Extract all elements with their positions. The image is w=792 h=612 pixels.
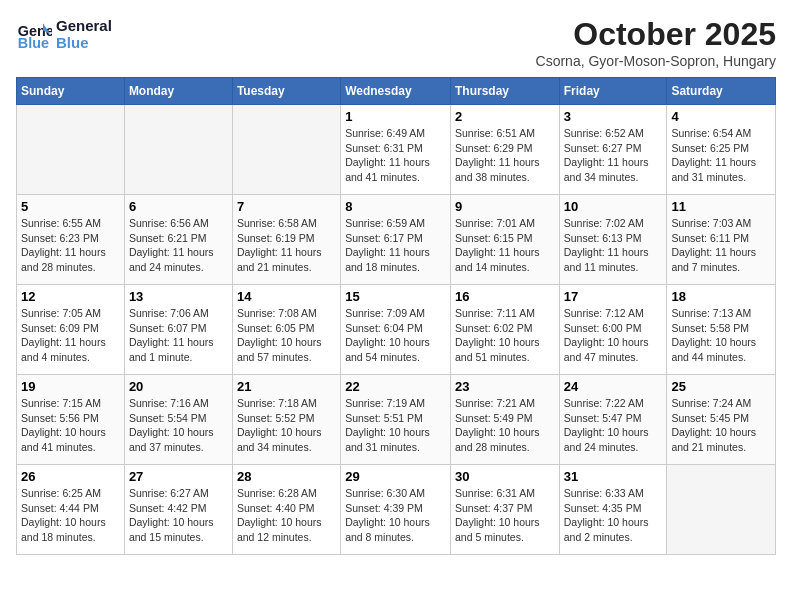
day-info: Sunrise: 6:51 AM Sunset: 6:29 PM Dayligh… <box>455 126 555 185</box>
weekday-header: Sunday <box>17 78 125 105</box>
calendar-cell: 7Sunrise: 6:58 AM Sunset: 6:19 PM Daylig… <box>232 195 340 285</box>
day-number: 28 <box>237 469 336 484</box>
weekday-header: Tuesday <box>232 78 340 105</box>
day-info: Sunrise: 6:58 AM Sunset: 6:19 PM Dayligh… <box>237 216 336 275</box>
day-info: Sunrise: 7:03 AM Sunset: 6:11 PM Dayligh… <box>671 216 771 275</box>
day-info: Sunrise: 7:22 AM Sunset: 5:47 PM Dayligh… <box>564 396 663 455</box>
logo-line2: Blue <box>56 34 112 51</box>
calendar-cell: 28Sunrise: 6:28 AM Sunset: 4:40 PM Dayli… <box>232 465 340 555</box>
calendar-cell: 30Sunrise: 6:31 AM Sunset: 4:37 PM Dayli… <box>450 465 559 555</box>
calendar-cell: 22Sunrise: 7:19 AM Sunset: 5:51 PM Dayli… <box>341 375 451 465</box>
weekday-header: Saturday <box>667 78 776 105</box>
day-info: Sunrise: 7:13 AM Sunset: 5:58 PM Dayligh… <box>671 306 771 365</box>
weekday-header: Thursday <box>450 78 559 105</box>
calendar-cell: 26Sunrise: 6:25 AM Sunset: 4:44 PM Dayli… <box>17 465 125 555</box>
day-info: Sunrise: 7:15 AM Sunset: 5:56 PM Dayligh… <box>21 396 120 455</box>
calendar-cell: 3Sunrise: 6:52 AM Sunset: 6:27 PM Daylig… <box>559 105 667 195</box>
day-number: 26 <box>21 469 120 484</box>
day-info: Sunrise: 6:56 AM Sunset: 6:21 PM Dayligh… <box>129 216 228 275</box>
calendar-cell: 20Sunrise: 7:16 AM Sunset: 5:54 PM Dayli… <box>124 375 232 465</box>
day-number: 8 <box>345 199 446 214</box>
day-info: Sunrise: 6:28 AM Sunset: 4:40 PM Dayligh… <box>237 486 336 545</box>
day-info: Sunrise: 7:24 AM Sunset: 5:45 PM Dayligh… <box>671 396 771 455</box>
day-number: 22 <box>345 379 446 394</box>
day-number: 5 <box>21 199 120 214</box>
calendar-cell: 8Sunrise: 6:59 AM Sunset: 6:17 PM Daylig… <box>341 195 451 285</box>
location-subtitle: Csorna, Gyor-Moson-Sopron, Hungary <box>536 53 776 69</box>
calendar-cell: 24Sunrise: 7:22 AM Sunset: 5:47 PM Dayli… <box>559 375 667 465</box>
logo-line1: General <box>56 17 112 34</box>
weekday-header: Monday <box>124 78 232 105</box>
calendar-cell: 23Sunrise: 7:21 AM Sunset: 5:49 PM Dayli… <box>450 375 559 465</box>
calendar-cell: 4Sunrise: 6:54 AM Sunset: 6:25 PM Daylig… <box>667 105 776 195</box>
day-number: 1 <box>345 109 446 124</box>
week-row: 19Sunrise: 7:15 AM Sunset: 5:56 PM Dayli… <box>17 375 776 465</box>
calendar-cell: 17Sunrise: 7:12 AM Sunset: 6:00 PM Dayli… <box>559 285 667 375</box>
week-row: 5Sunrise: 6:55 AM Sunset: 6:23 PM Daylig… <box>17 195 776 285</box>
day-info: Sunrise: 7:12 AM Sunset: 6:00 PM Dayligh… <box>564 306 663 365</box>
calendar-cell: 29Sunrise: 6:30 AM Sunset: 4:39 PM Dayli… <box>341 465 451 555</box>
calendar-cell: 6Sunrise: 6:56 AM Sunset: 6:21 PM Daylig… <box>124 195 232 285</box>
day-info: Sunrise: 7:19 AM Sunset: 5:51 PM Dayligh… <box>345 396 446 455</box>
day-info: Sunrise: 6:27 AM Sunset: 4:42 PM Dayligh… <box>129 486 228 545</box>
day-info: Sunrise: 7:11 AM Sunset: 6:02 PM Dayligh… <box>455 306 555 365</box>
day-number: 20 <box>129 379 228 394</box>
day-number: 23 <box>455 379 555 394</box>
day-number: 30 <box>455 469 555 484</box>
day-number: 3 <box>564 109 663 124</box>
day-number: 11 <box>671 199 771 214</box>
day-number: 29 <box>345 469 446 484</box>
day-info: Sunrise: 7:16 AM Sunset: 5:54 PM Dayligh… <box>129 396 228 455</box>
day-number: 19 <box>21 379 120 394</box>
calendar-cell: 18Sunrise: 7:13 AM Sunset: 5:58 PM Dayli… <box>667 285 776 375</box>
day-info: Sunrise: 6:31 AM Sunset: 4:37 PM Dayligh… <box>455 486 555 545</box>
calendar-cell: 14Sunrise: 7:08 AM Sunset: 6:05 PM Dayli… <box>232 285 340 375</box>
day-info: Sunrise: 7:21 AM Sunset: 5:49 PM Dayligh… <box>455 396 555 455</box>
day-info: Sunrise: 6:30 AM Sunset: 4:39 PM Dayligh… <box>345 486 446 545</box>
calendar-cell: 25Sunrise: 7:24 AM Sunset: 5:45 PM Dayli… <box>667 375 776 465</box>
day-info: Sunrise: 7:02 AM Sunset: 6:13 PM Dayligh… <box>564 216 663 275</box>
day-number: 24 <box>564 379 663 394</box>
page-header: General Blue General Blue October 2025 C… <box>16 16 776 69</box>
day-number: 15 <box>345 289 446 304</box>
month-title: October 2025 <box>536 16 776 53</box>
week-row: 12Sunrise: 7:05 AM Sunset: 6:09 PM Dayli… <box>17 285 776 375</box>
logo-icon: General Blue <box>16 16 52 52</box>
day-number: 14 <box>237 289 336 304</box>
weekday-header: Friday <box>559 78 667 105</box>
day-info: Sunrise: 7:05 AM Sunset: 6:09 PM Dayligh… <box>21 306 120 365</box>
title-block: October 2025 Csorna, Gyor-Moson-Sopron, … <box>536 16 776 69</box>
day-number: 4 <box>671 109 771 124</box>
day-info: Sunrise: 6:59 AM Sunset: 6:17 PM Dayligh… <box>345 216 446 275</box>
calendar-cell: 10Sunrise: 7:02 AM Sunset: 6:13 PM Dayli… <box>559 195 667 285</box>
weekday-header: Wednesday <box>341 78 451 105</box>
day-number: 13 <box>129 289 228 304</box>
day-number: 2 <box>455 109 555 124</box>
day-number: 31 <box>564 469 663 484</box>
calendar-cell <box>124 105 232 195</box>
day-info: Sunrise: 6:33 AM Sunset: 4:35 PM Dayligh… <box>564 486 663 545</box>
calendar-cell: 13Sunrise: 7:06 AM Sunset: 6:07 PM Dayli… <box>124 285 232 375</box>
calendar-cell: 16Sunrise: 7:11 AM Sunset: 6:02 PM Dayli… <box>450 285 559 375</box>
calendar-cell: 1Sunrise: 6:49 AM Sunset: 6:31 PM Daylig… <box>341 105 451 195</box>
calendar-cell: 31Sunrise: 6:33 AM Sunset: 4:35 PM Dayli… <box>559 465 667 555</box>
day-number: 7 <box>237 199 336 214</box>
week-row: 26Sunrise: 6:25 AM Sunset: 4:44 PM Dayli… <box>17 465 776 555</box>
svg-text:Blue: Blue <box>18 35 49 51</box>
day-info: Sunrise: 6:55 AM Sunset: 6:23 PM Dayligh… <box>21 216 120 275</box>
calendar-cell: 2Sunrise: 6:51 AM Sunset: 6:29 PM Daylig… <box>450 105 559 195</box>
calendar-cell: 9Sunrise: 7:01 AM Sunset: 6:15 PM Daylig… <box>450 195 559 285</box>
day-info: Sunrise: 7:01 AM Sunset: 6:15 PM Dayligh… <box>455 216 555 275</box>
day-number: 6 <box>129 199 228 214</box>
day-info: Sunrise: 7:08 AM Sunset: 6:05 PM Dayligh… <box>237 306 336 365</box>
day-info: Sunrise: 6:49 AM Sunset: 6:31 PM Dayligh… <box>345 126 446 185</box>
day-number: 25 <box>671 379 771 394</box>
calendar-cell: 5Sunrise: 6:55 AM Sunset: 6:23 PM Daylig… <box>17 195 125 285</box>
calendar-cell <box>17 105 125 195</box>
calendar-cell: 11Sunrise: 7:03 AM Sunset: 6:11 PM Dayli… <box>667 195 776 285</box>
day-info: Sunrise: 7:06 AM Sunset: 6:07 PM Dayligh… <box>129 306 228 365</box>
day-number: 9 <box>455 199 555 214</box>
day-info: Sunrise: 7:09 AM Sunset: 6:04 PM Dayligh… <box>345 306 446 365</box>
day-info: Sunrise: 6:25 AM Sunset: 4:44 PM Dayligh… <box>21 486 120 545</box>
calendar-cell: 12Sunrise: 7:05 AM Sunset: 6:09 PM Dayli… <box>17 285 125 375</box>
